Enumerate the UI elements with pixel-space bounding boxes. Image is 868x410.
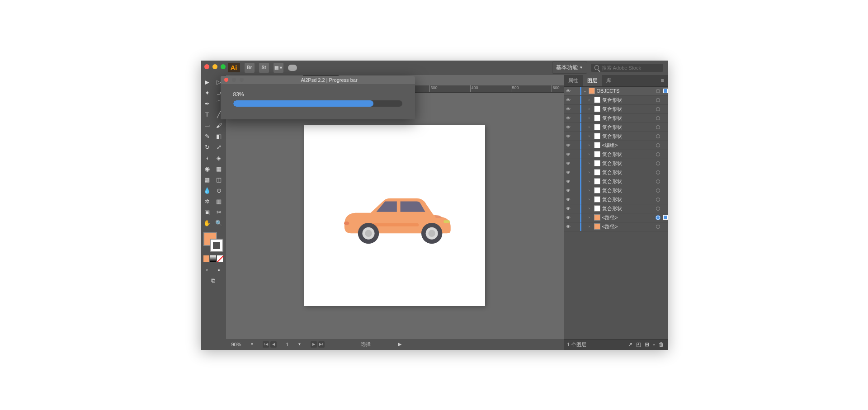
expand-arrow-icon[interactable]: ›: [589, 143, 594, 147]
expand-arrow-icon[interactable]: ›: [589, 116, 594, 120]
visibility-icon[interactable]: 👁: [564, 89, 573, 94]
close-window-button[interactable]: [204, 64, 209, 69]
selection-tool[interactable]: ▶: [202, 77, 213, 87]
layer-row[interactable]: 👁›复合形状: [564, 195, 668, 204]
target-icon[interactable]: [656, 98, 663, 102]
free-transform-tool[interactable]: ◈: [213, 153, 225, 163]
layer-name[interactable]: <路径>: [602, 223, 656, 230]
layer-name[interactable]: 复合形状: [602, 124, 656, 131]
chevron-down-icon[interactable]: ▼: [298, 342, 302, 346]
width-tool[interactable]: ⫞: [202, 153, 213, 163]
gradient-tool[interactable]: ◫: [213, 174, 225, 185]
layer-row-parent[interactable]: 👁 ⌄ OBJECTS: [564, 87, 668, 96]
new-layer-icon[interactable]: ▫: [653, 341, 655, 348]
canvas-viewport[interactable]: [226, 93, 564, 339]
expand-arrow-icon[interactable]: ›: [589, 215, 594, 220]
expand-arrow-icon[interactable]: ›: [589, 161, 594, 165]
layer-name[interactable]: 复合形状: [602, 178, 656, 185]
chevron-down-icon[interactable]: ▼: [250, 342, 254, 346]
mesh-tool[interactable]: ▩: [202, 174, 213, 185]
target-icon[interactable]: [656, 143, 663, 147]
progress-titlebar[interactable]: Ai2Psd 2.2 | Progress bar: [221, 76, 415, 84]
artboard-tool[interactable]: ▣: [202, 207, 213, 217]
none-mode-icon[interactable]: [217, 255, 223, 262]
layer-row[interactable]: 👁›复合形状: [564, 105, 668, 114]
visibility-icon[interactable]: 👁: [564, 98, 573, 103]
maximize-window-button[interactable]: [221, 64, 226, 69]
visibility-icon[interactable]: 👁: [564, 134, 573, 139]
tab-properties[interactable]: 属性: [564, 75, 583, 86]
panel-menu-icon[interactable]: ≡: [657, 75, 667, 86]
layer-row[interactable]: 👁›复合形状: [564, 150, 668, 159]
layer-name[interactable]: 复合形状: [602, 133, 656, 140]
next-artboard-button[interactable]: ▶: [311, 341, 317, 348]
stroke-swatch[interactable]: [210, 239, 223, 252]
screen-mode-normal[interactable]: ▫: [202, 265, 213, 275]
minimize-window-button[interactable]: [212, 64, 217, 69]
target-icon[interactable]: [656, 189, 663, 193]
visibility-icon[interactable]: 👁: [564, 188, 573, 193]
layer-row[interactable]: 👁›<路径>: [564, 222, 668, 231]
layer-row[interactable]: 👁›复合形状: [564, 168, 668, 177]
layer-row[interactable]: 👁›复合形状: [564, 159, 668, 168]
layer-name[interactable]: 复合形状: [602, 196, 656, 203]
layer-row[interactable]: 👁›复合形状: [564, 204, 668, 213]
visibility-icon[interactable]: 👁: [564, 215, 573, 220]
layer-name[interactable]: 复合形状: [602, 169, 656, 176]
prev-artboard-button[interactable]: ◀: [270, 341, 277, 348]
screen-mode-full[interactable]: ▪: [213, 265, 225, 275]
layer-name[interactable]: 复合形状: [602, 97, 656, 104]
visibility-icon[interactable]: 👁: [564, 197, 573, 202]
visibility-icon[interactable]: 👁: [564, 224, 573, 229]
graph-tool[interactable]: ▥: [213, 196, 225, 207]
target-icon[interactable]: [656, 225, 663, 229]
slice-tool[interactable]: ✂: [213, 207, 225, 217]
color-mode-icon[interactable]: [203, 255, 209, 262]
screen-mode-toggle[interactable]: ⧉: [202, 276, 225, 286]
layer-name[interactable]: 复合形状: [602, 115, 656, 122]
layer-name[interactable]: OBJECTS: [597, 88, 656, 94]
stock-icon[interactable]: St: [259, 63, 269, 73]
expand-arrow-icon[interactable]: ›: [589, 170, 594, 174]
rectangle-tool[interactable]: ▭: [202, 120, 213, 131]
layer-name[interactable]: <路径>: [602, 214, 656, 221]
layer-row[interactable]: 👁›<路径>: [564, 213, 668, 222]
expand-arrow-icon[interactable]: ›: [589, 179, 594, 184]
expand-arrow-icon[interactable]: ›: [589, 107, 594, 111]
symbol-sprayer-tool[interactable]: ✲: [202, 196, 213, 207]
target-icon[interactable]: [656, 170, 663, 174]
target-icon[interactable]: [656, 216, 663, 220]
hand-tool[interactable]: ✋: [202, 218, 213, 228]
expand-arrow-icon[interactable]: ›: [589, 98, 594, 102]
target-icon[interactable]: [656, 152, 663, 156]
target-icon[interactable]: [656, 107, 663, 111]
layer-row[interactable]: 👁›复合形状: [564, 96, 668, 105]
shaper-tool[interactable]: ✎: [202, 131, 213, 141]
layer-name[interactable]: 复合形状: [602, 151, 656, 158]
locate-object-icon[interactable]: ↗: [628, 341, 632, 348]
eraser-tool[interactable]: ◧: [213, 131, 225, 141]
expand-arrow-icon[interactable]: ›: [589, 134, 594, 138]
target-icon[interactable]: [656, 198, 663, 202]
target-icon[interactable]: [656, 161, 663, 165]
paintbrush-tool[interactable]: 🖌: [213, 120, 225, 131]
tab-libraries[interactable]: 库: [602, 75, 616, 86]
shape-builder-tool[interactable]: ◉: [202, 164, 213, 174]
visibility-icon[interactable]: 👁: [564, 152, 573, 157]
cloud-sync-icon[interactable]: [288, 65, 297, 71]
zoom-level[interactable]: 90%: [231, 342, 241, 347]
layer-row[interactable]: 👁›复合形状: [564, 132, 668, 141]
layer-row[interactable]: 👁›复合形状: [564, 177, 668, 186]
layer-row[interactable]: 👁›复合形状: [564, 123, 668, 132]
magic-wand-tool[interactable]: ✦: [202, 88, 213, 98]
dialog-close-button[interactable]: [224, 78, 228, 82]
expand-arrow-icon[interactable]: ›: [589, 188, 594, 193]
rotate-tool[interactable]: ↻: [202, 142, 213, 152]
layer-row[interactable]: 👁›复合形状: [564, 114, 668, 123]
visibility-icon[interactable]: 👁: [564, 170, 573, 175]
visibility-icon[interactable]: 👁: [564, 125, 573, 130]
layer-row[interactable]: 👁›<编组>: [564, 141, 668, 150]
workspace-selector[interactable]: 基本功能 ▼: [552, 61, 587, 74]
layer-name[interactable]: 复合形状: [602, 187, 656, 194]
target-icon[interactable]: [656, 116, 663, 120]
